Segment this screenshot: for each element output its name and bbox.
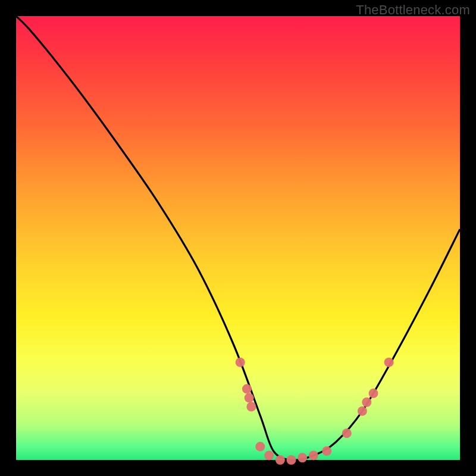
data-marker	[369, 389, 378, 398]
data-marker	[255, 442, 265, 452]
chart-svg	[16, 16, 460, 460]
data-marker	[245, 393, 254, 403]
data-marker	[275, 455, 285, 465]
bottleneck-curve	[16, 16, 460, 460]
data-marker	[246, 402, 256, 412]
data-marker	[309, 451, 318, 461]
data-marker	[236, 358, 245, 367]
watermark-text: TheBottleneck.com	[356, 2, 470, 18]
data-marker	[342, 428, 352, 438]
data-marker	[298, 453, 307, 462]
data-marker	[384, 358, 394, 367]
data-marker	[362, 397, 371, 407]
data-marker	[264, 451, 274, 461]
data-marker	[287, 455, 296, 465]
data-marker	[242, 384, 252, 394]
plot-gradient-bg	[16, 16, 460, 460]
data-marker	[322, 446, 331, 456]
data-marker	[358, 406, 367, 416]
chart-frame: TheBottleneck.com	[0, 0, 476, 476]
